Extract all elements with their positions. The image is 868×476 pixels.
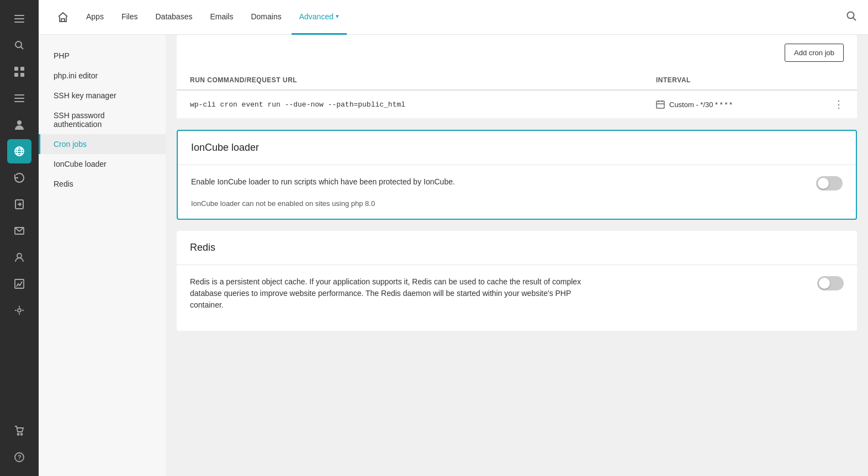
- cron-interval-value: Custom - */30 * * * *: [669, 101, 732, 109]
- svg-line-4: [21, 47, 24, 50]
- nav-link-files[interactable]: Files: [114, 0, 146, 35]
- ioncube-toggle-row: Enable IonCube loader to run scripts whi…: [191, 176, 843, 191]
- content-area: PHP php.ini editor SSH key manager SSH p…: [39, 35, 868, 476]
- svg-point-23: [18, 309, 21, 312]
- sidebar-item-ssh-key[interactable]: SSH key manager: [39, 86, 166, 105]
- svg-rect-2: [14, 22, 24, 23]
- redis-section-body: Redis is a persistent object cache. If y…: [177, 265, 857, 331]
- svg-rect-35: [657, 101, 664, 108]
- svg-rect-5: [14, 67, 18, 71]
- calendar-icon: [656, 100, 665, 109]
- nav-link-emails[interactable]: Emails: [202, 0, 241, 35]
- main-area: Apps Files Databases Emails Domains Adva…: [39, 0, 868, 476]
- hamburger-icon[interactable]: [7, 7, 31, 31]
- config-icon[interactable]: [7, 298, 31, 322]
- help-icon[interactable]: ?: [7, 445, 31, 469]
- svg-rect-7: [14, 73, 18, 77]
- ioncube-toggle-slider: [816, 176, 843, 191]
- ioncube-card: IonCube loader Enable IonCube loader to …: [177, 130, 857, 220]
- col-interval-header: INTERVAL: [656, 76, 822, 84]
- svg-rect-32: [61, 19, 65, 22]
- nav-link-advanced[interactable]: Advanced ▾: [292, 0, 347, 35]
- svg-point-33: [848, 12, 854, 18]
- cart-icon[interactable]: [7, 419, 31, 443]
- svg-point-12: [17, 120, 22, 125]
- svg-rect-11: [14, 101, 24, 102]
- redis-section-header: Redis: [177, 231, 857, 265]
- redis-title: Redis: [190, 242, 215, 253]
- sidebar-item-php[interactable]: PHP: [39, 46, 166, 66]
- svg-rect-1: [14, 18, 24, 19]
- ioncube-section-body: Enable IonCube loader to run scripts whi…: [178, 165, 856, 219]
- search-icon[interactable]: [7, 33, 31, 57]
- sidebar-item-redis[interactable]: Redis: [39, 174, 166, 194]
- svg-point-3: [15, 41, 22, 47]
- top-nav-links: Apps Files Databases Emails Domains Adva…: [50, 0, 846, 35]
- import-icon[interactable]: [7, 192, 31, 216]
- analytics-icon[interactable]: [7, 272, 31, 296]
- nav-link-apps[interactable]: Apps: [78, 0, 112, 35]
- refresh-icon[interactable]: [7, 166, 31, 190]
- sidebar-item-phpini[interactable]: php.ini editor: [39, 66, 166, 86]
- cron-table-header: RUN COMMAND/REQUEST URL INTERVAL: [177, 71, 857, 91]
- top-nav: Apps Files Databases Emails Domains Adva…: [39, 0, 868, 35]
- ioncube-section-header: IonCube loader: [178, 131, 856, 165]
- svg-rect-10: [14, 98, 24, 99]
- table-row: wp-cli cron event run --due-now --path=p…: [177, 91, 857, 119]
- svg-point-28: [18, 433, 19, 435]
- globe-icon[interactable]: [7, 139, 31, 163]
- svg-rect-6: [20, 67, 24, 71]
- list-icon[interactable]: [7, 86, 31, 110]
- cron-jobs-card: Add cron job RUN COMMAND/REQUEST URL INT…: [177, 35, 857, 119]
- home-nav-link[interactable]: [50, 0, 76, 35]
- redis-card: Redis Redis is a persistent object cache…: [177, 231, 857, 331]
- nav-link-databases[interactable]: Databases: [147, 0, 200, 35]
- profile-icon[interactable]: [7, 245, 31, 269]
- svg-point-29: [21, 433, 23, 435]
- redis-toggle-description: Redis is a persistent object cache. If y…: [190, 276, 604, 311]
- svg-line-34: [853, 18, 856, 20]
- redis-toggle-slider: [817, 276, 844, 290]
- svg-point-21: [17, 253, 22, 258]
- cron-top-bar: Add cron job: [177, 35, 857, 71]
- svg-rect-8: [20, 73, 24, 77]
- svg-rect-22: [15, 279, 24, 288]
- user-icon[interactable]: [7, 113, 31, 137]
- cron-command-cell: wp-cli cron event run --due-now --path=p…: [190, 101, 656, 109]
- ioncube-title: IonCube loader: [191, 142, 259, 154]
- col-command-header: RUN COMMAND/REQUEST URL: [190, 76, 656, 84]
- sidebar-item-ssh-password[interactable]: SSH password authentication: [39, 105, 166, 134]
- cron-interval-cell: Custom - */30 * * * *: [656, 100, 822, 109]
- svg-rect-0: [14, 15, 24, 16]
- ioncube-notice: IonCube loader can not be enabled on sit…: [191, 199, 843, 208]
- page-content: Add cron job RUN COMMAND/REQUEST URL INT…: [166, 35, 868, 476]
- add-cron-job-button[interactable]: Add cron job: [785, 44, 844, 62]
- sidebar-icons-panel: ?: [0, 0, 39, 476]
- search-nav-icon[interactable]: [846, 10, 857, 24]
- redis-toggle-row: Redis is a persistent object cache. If y…: [190, 276, 844, 311]
- cron-more-menu-button[interactable]: ⋮: [822, 98, 844, 110]
- grid-icon[interactable]: [7, 60, 31, 84]
- left-sidebar-nav: PHP php.ini editor SSH key manager SSH p…: [39, 35, 166, 476]
- svg-text:?: ?: [18, 454, 22, 461]
- redis-toggle[interactable]: [817, 276, 844, 290]
- sidebar-item-cron[interactable]: Cron jobs: [39, 134, 166, 154]
- ioncube-toggle-description: Enable IonCube loader to run scripts whi…: [191, 176, 455, 188]
- email-icon[interactable]: [7, 219, 31, 243]
- chevron-down-icon: ▾: [336, 13, 339, 20]
- sidebar-item-ioncube[interactable]: IonCube loader: [39, 154, 166, 174]
- nav-link-domains[interactable]: Domains: [243, 0, 289, 35]
- svg-rect-9: [14, 94, 24, 96]
- ioncube-toggle[interactable]: [816, 176, 843, 191]
